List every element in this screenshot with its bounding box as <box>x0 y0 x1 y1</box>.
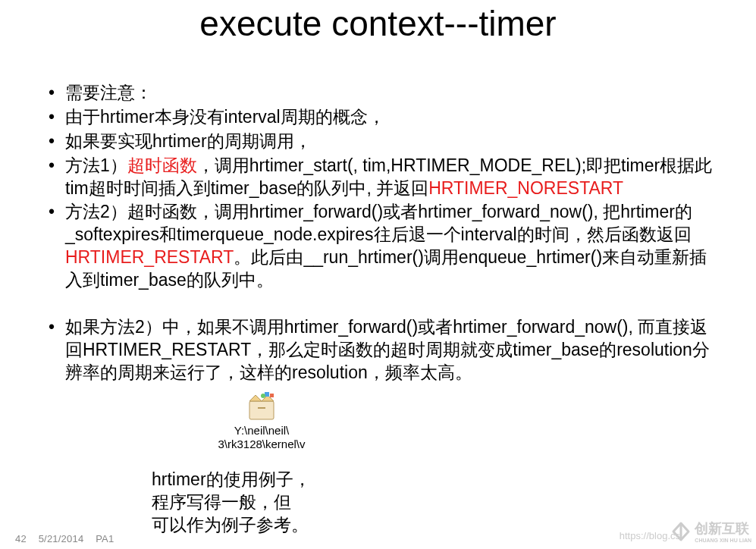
bullet-item: 需要注意： <box>42 82 718 105</box>
path-line: Y:\neil\neil\ <box>234 424 290 437</box>
caption-text: hrtimer的使用例子， 程序写得一般，但 可以作为例子参考。 <box>152 469 311 537</box>
svg-rect-6 <box>258 407 265 409</box>
path-line: 3\rk3128\kernel\v <box>218 438 305 450</box>
watermark-logo: 创新互联 CHUANG XIN HU LIAN <box>670 519 751 543</box>
highlight-text: HRTIMER_RESTART <box>65 247 234 267</box>
bullet-item: 由于hrtimer本身没有interval周期的概念， <box>42 106 718 129</box>
footer-tag: PA1 <box>96 533 114 544</box>
caption-line: hrtimer的使用例子， <box>152 469 311 491</box>
highlight-text: HRTIMER_NORESTART <box>428 178 623 198</box>
caption-line: 程序写得一般，但 <box>152 491 311 514</box>
logo-brand-text: 创新互联 <box>695 519 751 538</box>
bullet-list: 需要注意： 由于hrtimer本身没有interval周期的概念， 如果要实现h… <box>42 82 718 292</box>
text-segment: 方法2）超时函数，调用hrtimer_forward()或者hrtimer_fo… <box>65 202 692 244</box>
bullet-list-2: 如果方法2）中，如果不调用hrtimer_forward()或者hrtimer_… <box>42 316 718 384</box>
bullet-item: 如果要实现hrtimer的周期调用， <box>42 130 718 153</box>
logo-icon <box>670 521 692 542</box>
svg-rect-0 <box>249 401 274 419</box>
svg-rect-4 <box>270 394 274 397</box>
slide-footer: 42 5/21/2014 PA1 <box>15 533 123 544</box>
svg-point-5 <box>261 394 265 398</box>
svg-marker-2 <box>249 395 262 401</box>
caption-line: 可以作为例子参考。 <box>152 514 311 537</box>
content-area: 需要注意： 由于hrtimer本身没有interval周期的概念， 如果要实现h… <box>0 44 756 384</box>
logo-brand-subtext: CHUANG XIN HU LIAN <box>695 538 751 543</box>
text-segment: 方法1） <box>65 155 127 175</box>
bullet-item: 如果方法2）中，如果不调用hrtimer_forward()或者hrtimer_… <box>42 316 718 384</box>
embedded-file-path: Y:\neil\neil\ 3\rk3128\kernel\v <box>186 424 337 451</box>
embedded-file[interactable]: Y:\neil\neil\ 3\rk3128\kernel\v <box>186 391 337 451</box>
bullet-item: 方法2）超时函数，调用hrtimer_forward()或者hrtimer_fo… <box>42 201 718 292</box>
page-number: 42 <box>15 533 27 544</box>
package-icon <box>245 391 278 421</box>
bullet-item: 方法1）超时函数，调用hrtimer_start(, tim,HRTIMER_M… <box>42 155 718 200</box>
highlight-text: 超时函数 <box>127 155 197 175</box>
slide-title: execute context---timer <box>0 0 756 44</box>
footer-date: 5/21/2014 <box>39 533 84 544</box>
